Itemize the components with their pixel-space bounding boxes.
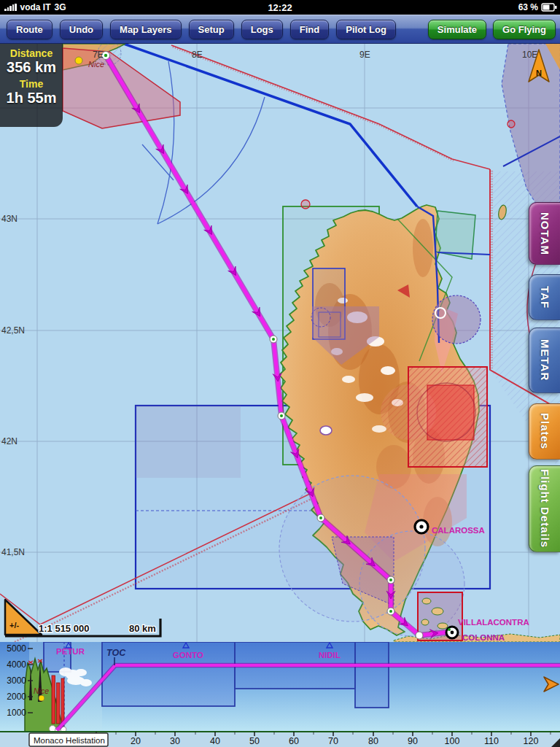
clock: 12:22 (0, 2, 560, 13)
scale-distance-label: 80 km (129, 623, 156, 634)
moving-map[interactable]: Nice (0, 44, 560, 642)
svg-text:43N: 43N (1, 214, 18, 224)
airspace-west-area (136, 406, 241, 478)
pilot-log-button[interactable]: Pilot Log (336, 20, 396, 39)
svg-text:41,5N: 41,5N (1, 547, 25, 557)
svg-text:110: 110 (484, 736, 499, 746)
tab-flight-details[interactable]: Flight Details (529, 465, 560, 552)
svg-text:1000: 1000 (7, 708, 26, 718)
app-screen: voda IT 3G 12:22 63 % Route Undo Map Lay… (0, 0, 560, 747)
airspace-teal-box (435, 211, 475, 259)
svg-text:90: 90 (408, 736, 418, 746)
svg-text:42,5N: 42,5N (1, 325, 25, 336)
tab-taf[interactable]: TAF (529, 274, 560, 320)
svg-text:4000: 4000 (7, 659, 26, 670)
nice-profile-label: Nice (34, 686, 49, 695)
svg-text:9E: 9E (359, 50, 370, 60)
svg-text:70: 70 (328, 736, 338, 746)
nidil-label: NIDIL (319, 651, 341, 659)
villalacontra-label: VILLALACONTRA (458, 618, 529, 627)
time-value: 1h 55m (0, 90, 63, 107)
svg-text:3000: 3000 (7, 676, 26, 686)
tab-notam[interactable]: NOTAM (529, 202, 560, 265)
find-button[interactable]: Find (290, 20, 329, 39)
toolbar: Route Undo Map Layers Setup Logs Find Pi… (0, 15, 560, 44)
waypoint-calarossa[interactable] (415, 520, 428, 533)
go-flying-button[interactable]: Go Flying (493, 20, 556, 39)
svg-text:20: 20 (131, 736, 141, 746)
svg-text:2000: 2000 (7, 692, 26, 702)
svg-text:80: 80 (368, 736, 378, 746)
route-button[interactable]: Route (7, 20, 52, 39)
nice-profile-dot (39, 695, 44, 701)
map-layers-button[interactable]: Map Layers (110, 20, 182, 39)
svg-text:5000: 5000 (7, 643, 26, 654)
distance-value: 356 km (0, 59, 63, 76)
toc-label: TOC (106, 648, 126, 658)
setup-button[interactable]: Setup (189, 20, 234, 39)
elevation-profile[interactable]: Nice PETUR TOC GONTO NIDIL 5000 4000 300… (0, 642, 560, 747)
svg-text:50: 50 (249, 736, 260, 746)
svg-text:42N: 42N (1, 436, 18, 446)
waypoint-colonna[interactable] (446, 627, 458, 638)
compass-north-label: N (536, 69, 542, 77)
status-bar: voda IT 3G 12:22 63 % (0, 0, 560, 15)
route-summary-panel: Distance 356 km Time 1h 55m (0, 44, 63, 127)
svg-text:10E: 10E (522, 50, 537, 60)
zoom-plus-minus-label: +/- (9, 621, 19, 630)
tab-plates[interactable]: Plates (529, 403, 560, 460)
battery-icon (541, 3, 557, 12)
simulate-button[interactable]: Simulate (428, 20, 486, 39)
departure-tooltip: Monaco Helistation (29, 733, 108, 746)
battery-percent: 63 % (518, 2, 538, 12)
gonto-label: GONTO (173, 651, 203, 659)
petur-label: PETUR (56, 647, 85, 656)
logs-button[interactable]: Logs (241, 20, 283, 39)
time-label: Time (0, 78, 63, 90)
scale-ratio-label: 1:1 515 000 (39, 623, 89, 634)
calarossa-label: CALAROSSA (432, 526, 485, 535)
ctr-circle-bastia (432, 295, 481, 344)
svg-text:40: 40 (210, 736, 220, 746)
airport-ring-ajaccio (320, 426, 332, 435)
svg-text:60: 60 (289, 736, 299, 746)
svg-text:7E: 7E (93, 50, 104, 60)
nice-city-label: Nice (88, 60, 104, 69)
svg-text:8E: 8E (192, 50, 203, 60)
undo-button[interactable]: Undo (60, 20, 103, 39)
nice-city-dot (75, 57, 82, 64)
svg-text:120: 120 (524, 736, 539, 746)
colonna-label: COLONNA (462, 633, 505, 642)
svg-text:30: 30 (170, 736, 180, 746)
departure-tooltip-text: Monaco Helistation (34, 736, 105, 745)
svg-text:100: 100 (445, 736, 460, 746)
distance-label: Distance (0, 47, 63, 59)
tab-metar[interactable]: METAR (529, 328, 560, 393)
